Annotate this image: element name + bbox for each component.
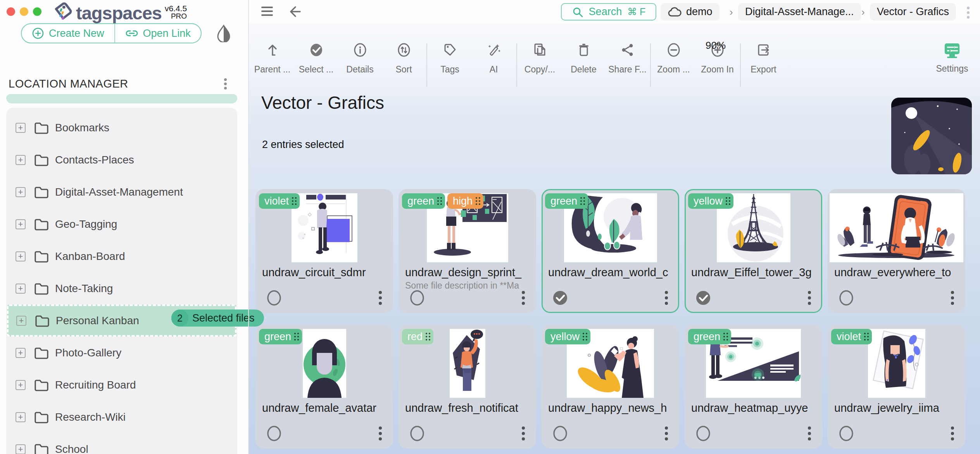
- open-link-button[interactable]: Open Link: [114, 24, 201, 43]
- tag-green[interactable]: green: [259, 329, 302, 344]
- sidebar-location-recruiting-board[interactable]: + Recruiting Board: [6, 369, 237, 401]
- tag-grip-icon[interactable]: [476, 197, 480, 205]
- expand-toggle-icon[interactable]: +: [16, 123, 26, 133]
- file-menu-icon[interactable]: [379, 289, 382, 307]
- toolbar-share-f-button[interactable]: Share F...: [606, 43, 649, 75]
- sidebar-location-photo-gallery[interactable]: + Photo-Gallery: [6, 337, 237, 369]
- select-checkbox[interactable]: [552, 290, 568, 306]
- file-card-female-avatar[interactable]: green undraw_female_avatar: [255, 325, 393, 449]
- tag-yellow[interactable]: yellow: [545, 329, 590, 344]
- toolbar-select-button[interactable]: Select ...: [294, 43, 338, 75]
- file-menu-icon[interactable]: [951, 289, 954, 307]
- select-checkbox[interactable]: [838, 425, 854, 442]
- toolbar-copy-button[interactable]: Copy/...: [518, 43, 562, 75]
- file-card-everywhere-together[interactable]: undraw_everywhere_to: [828, 189, 965, 313]
- tag-grip-icon[interactable]: [426, 333, 430, 340]
- file-menu-icon[interactable]: [379, 424, 382, 443]
- toolbar-sort-button[interactable]: Sort: [382, 43, 426, 75]
- select-checkbox[interactable]: [695, 290, 711, 306]
- sidebar-location-note-taking[interactable]: + Note-Taking: [6, 272, 237, 304]
- file-card-fresh-notification[interactable]: red undraw_fresh_notificat: [399, 325, 536, 449]
- expand-toggle-icon[interactable]: +: [16, 444, 26, 454]
- back-arrow-icon[interactable]: [287, 5, 301, 19]
- tag-grip-icon[interactable]: [864, 333, 869, 340]
- toolbar-ai-button[interactable]: AI: [472, 43, 516, 75]
- tag-violet[interactable]: violet: [259, 193, 300, 209]
- maximize-window-button[interactable]: [33, 7, 41, 16]
- file-card-jewelry[interactable]: violet undraw_jewelry_iima: [828, 325, 965, 449]
- expand-toggle-icon[interactable]: +: [16, 380, 26, 390]
- expand-toggle-icon[interactable]: +: [16, 412, 26, 422]
- file-menu-icon[interactable]: [665, 424, 668, 443]
- expand-toggle-icon[interactable]: +: [16, 155, 26, 165]
- file-menu-icon[interactable]: [951, 424, 954, 443]
- tag-green[interactable]: green: [402, 193, 445, 209]
- file-card-dream-world[interactable]: green undraw_dream_world_c: [542, 189, 679, 313]
- tag-yellow[interactable]: yellow: [688, 193, 733, 209]
- file-menu-icon[interactable]: [808, 424, 811, 443]
- tag-high[interactable]: high: [447, 193, 483, 209]
- folder-icon: [34, 379, 49, 391]
- select-checkbox[interactable]: [838, 290, 854, 306]
- toolbar-zoom-button[interactable]: Zoom ...: [652, 43, 695, 75]
- tag-grip-icon[interactable]: [583, 333, 587, 340]
- file-card-circuit[interactable]: violet undraw_circuit_sdmr: [255, 189, 393, 313]
- location-manager-menu-icon[interactable]: [224, 77, 227, 91]
- file-menu-icon[interactable]: [808, 289, 811, 307]
- select-checkbox[interactable]: [409, 290, 425, 306]
- select-checkbox[interactable]: [695, 425, 711, 442]
- tag-grip-icon[interactable]: [294, 333, 299, 340]
- select-checkbox[interactable]: [266, 290, 282, 306]
- tag-red[interactable]: red: [402, 329, 433, 344]
- theme-contrast-icon[interactable]: [216, 24, 232, 42]
- menu-hamburger-icon[interactable]: [261, 7, 273, 18]
- file-menu-icon[interactable]: [522, 289, 525, 307]
- sidebar-location-geo-tagging[interactable]: + Geo-Tagging: [6, 208, 237, 240]
- tag-grip-icon[interactable]: [292, 197, 297, 205]
- toolbar-delete-button[interactable]: Delete: [562, 43, 606, 75]
- sidebar-location-research-wiki[interactable]: + Research-Wiki: [6, 401, 237, 433]
- sidebar-location-kanban-board[interactable]: + Kanban-Board: [6, 240, 237, 272]
- expand-toggle-icon[interactable]: +: [16, 284, 26, 294]
- sidebar-location-school[interactable]: + School: [6, 433, 237, 454]
- breadcrumb-current-folder[interactable]: Vector - Grafics: [870, 3, 956, 21]
- folder-menu-icon[interactable]: [967, 5, 970, 21]
- toolbar-details-button[interactable]: Details: [338, 43, 382, 75]
- tag-violet[interactable]: violet: [831, 329, 872, 344]
- tag-grip-icon[interactable]: [580, 197, 585, 205]
- expand-toggle-icon[interactable]: +: [16, 251, 26, 261]
- sidebar-location-contacts-places[interactable]: + Contacts-Places: [6, 144, 237, 176]
- file-name: undraw_happy_news_h: [548, 402, 673, 414]
- sidebar-location-digital-asset-management[interactable]: + Digital-Asset-Management: [6, 176, 237, 208]
- sidebar-location-bookmarks[interactable]: + Bookmarks: [6, 112, 237, 144]
- file-card-happy-news[interactable]: yellow undraw_happy_news_h: [542, 325, 679, 449]
- file-card-eiffel-tower[interactable]: yellow undraw_Eiffel_tower_3g: [685, 189, 822, 313]
- close-window-button[interactable]: [7, 7, 15, 16]
- search-button[interactable]: Search ⌘ F: [561, 3, 656, 21]
- toolbar-tags-button[interactable]: Tags: [428, 43, 472, 75]
- file-menu-icon[interactable]: [522, 424, 525, 443]
- breadcrumb-folder[interactable]: Digital-Asset-Manage...: [738, 3, 861, 21]
- tag-green[interactable]: green: [545, 193, 588, 209]
- tag-grip-icon[interactable]: [723, 333, 728, 340]
- tag-grip-icon[interactable]: [726, 197, 730, 205]
- toolbar-export-button[interactable]: Export: [742, 43, 785, 75]
- minimize-window-button[interactable]: [20, 7, 28, 16]
- file-menu-icon[interactable]: [665, 289, 668, 307]
- create-new-button[interactable]: Create New: [22, 24, 114, 43]
- location-chip-demo[interactable]: demo: [661, 3, 719, 21]
- select-checkbox[interactable]: [266, 425, 282, 442]
- expand-toggle-icon[interactable]: +: [16, 316, 26, 326]
- tag-grip-icon[interactable]: [437, 197, 442, 205]
- file-card-design-sprint[interactable]: greenhigh undraw_design_sprint_ Some fil…: [399, 189, 536, 313]
- file-card-heatmap[interactable]: green undraw_heatmap_uyye: [685, 325, 822, 449]
- toolbar-parent-button[interactable]: Parent ...: [250, 43, 294, 75]
- expand-toggle-icon[interactable]: +: [16, 187, 26, 197]
- search-icon: [572, 6, 583, 18]
- expand-toggle-icon[interactable]: +: [16, 219, 26, 229]
- tag-green[interactable]: green: [688, 329, 731, 344]
- expand-toggle-icon[interactable]: +: [16, 348, 26, 358]
- select-checkbox[interactable]: [552, 425, 568, 442]
- settings-button[interactable]: Settings: [929, 43, 975, 74]
- select-checkbox[interactable]: [409, 425, 425, 442]
